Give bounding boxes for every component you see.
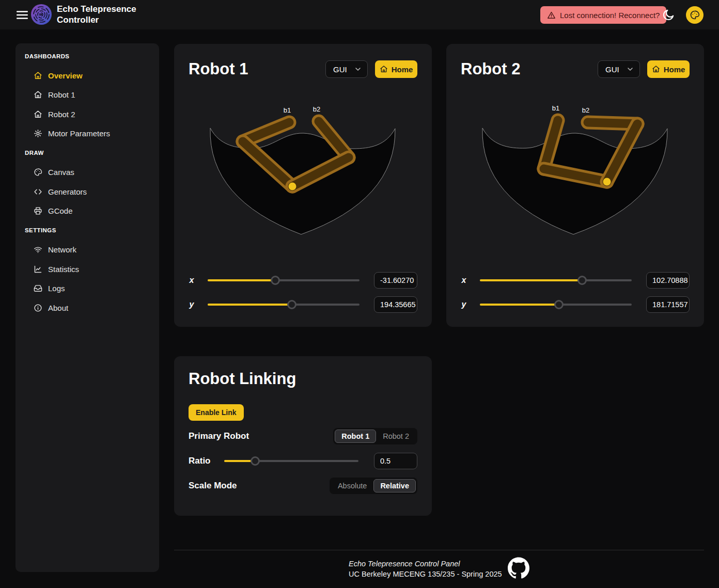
ratio-slider[interactable] [224, 456, 359, 466]
sidebar-item-label: Statistics [48, 265, 79, 274]
sidebar-item-network[interactable]: Network [15, 240, 159, 260]
sidebar-item-statistics[interactable]: Statistics [15, 260, 159, 279]
home-icon [652, 65, 660, 73]
linking-title: Robot Linking [189, 370, 417, 388]
app-logo [31, 4, 52, 25]
ratio-slider-thumb[interactable] [251, 456, 260, 466]
scale-mode-option-absolute[interactable]: Absolute [331, 479, 373, 492]
primary-robot-label: Primary Robot [189, 431, 249, 441]
home-icon [34, 90, 42, 99]
robot1-y-label: y [189, 300, 195, 309]
hamburger-icon [15, 8, 29, 22]
sidebar-item-robot-2[interactable]: Robot 2 [15, 105, 159, 124]
robot1-y-slider[interactable] [208, 300, 359, 309]
sidebar-item-label: Network [48, 245, 76, 254]
robot2-x-value[interactable]: 102.70888 [646, 272, 690, 289]
palette-icon [34, 168, 42, 177]
svg-text:b1: b1 [284, 106, 291, 114]
sidebar-item-canvas[interactable]: Canvas [15, 163, 159, 182]
gear-icon [34, 129, 42, 138]
robot2-x-label: x [461, 276, 467, 285]
robot1-home-button[interactable]: Home [375, 60, 417, 78]
robot1-y-value[interactable]: 194.35665 [374, 296, 417, 313]
robot2-visualization[interactable]: b1b2 [461, 98, 690, 247]
code-icon [34, 187, 42, 196]
svg-text:b2: b2 [582, 106, 589, 114]
robot1-x-value[interactable]: -31.60270 [374, 272, 417, 289]
sidebar-item-generators[interactable]: Generators [15, 182, 159, 202]
robot1-mode-value: GUI [333, 65, 347, 74]
theme-palette-button[interactable] [686, 6, 704, 24]
sidebar-item-label: Motor Parameters [48, 129, 110, 138]
svg-text:b2: b2 [313, 105, 320, 113]
robot1-title: Robot 1 [189, 60, 248, 78]
sidebar-item-robot-1[interactable]: Robot 1 [15, 85, 159, 105]
sidebar-section-label: DRAW [15, 144, 159, 163]
sidebar: DASHBOARDSOverviewRobot 1Robot 2Motor Pa… [15, 43, 159, 572]
sidebar-item-label: Canvas [48, 168, 74, 177]
footer-divider [174, 550, 704, 550]
chevron-down-icon [354, 65, 362, 73]
sidebar-item-label: Generators [48, 187, 87, 196]
robot2-home-button[interactable]: Home [647, 60, 690, 78]
robot2-card: Robot 2 GUI Home b1b2 x 102.70888 y 181.… [446, 44, 704, 327]
dark-mode-toggle[interactable] [662, 7, 677, 23]
robot-linking-card: Robot Linking Enable Link Primary Robot … [174, 356, 432, 516]
sidebar-item-logs[interactable]: Logs [15, 279, 159, 298]
ratio-value[interactable]: 0.5 [374, 453, 417, 469]
primary-robot-option-robot2[interactable]: Robot 2 [376, 430, 416, 443]
ratio-label: Ratio [189, 456, 211, 466]
scale-mode-segmented-control: Absolute Relative [330, 478, 417, 494]
robot2-x-slider-thumb[interactable] [577, 276, 587, 285]
github-icon [508, 557, 529, 579]
home-icon [34, 71, 42, 80]
sidebar-item-motor-parameters[interactable]: Motor Parameters [15, 124, 159, 144]
lost-connection-button[interactable]: Lost connection! Reconnect? [540, 6, 666, 24]
sidebar-item-about[interactable]: About [15, 298, 159, 318]
topbar: Echo Telepresence Controller Lost connec… [0, 0, 719, 29]
robot1-card: Robot 1 GUI Home b1b2 x -31.60270 y 194.… [174, 44, 432, 327]
robot2-mode-select[interactable]: GUI [598, 60, 640, 78]
footer-line2: UC Berkeley MECENG 135/235 - Spring 2025 [349, 569, 502, 579]
svg-text:b1: b1 [552, 104, 559, 112]
robot2-x-slider[interactable] [480, 276, 632, 285]
sidebar-section-label: SETTINGS [15, 221, 159, 241]
primary-robot-segmented-control: Robot 1 Robot 2 [333, 428, 417, 444]
sidebar-item-label: Robot 1 [48, 90, 75, 99]
robot2-y-slider-thumb[interactable] [554, 300, 564, 309]
robot2-y-value[interactable]: 181.71557 [646, 296, 690, 313]
warning-triangle-icon [547, 11, 556, 20]
robot1-y-slider-thumb[interactable] [287, 300, 296, 309]
home-icon [34, 110, 42, 119]
info-icon [34, 304, 42, 312]
robot1-home-label: Home [392, 65, 413, 74]
moon-icon [662, 8, 675, 22]
robot1-x-slider-thumb[interactable] [271, 276, 280, 285]
hamburger-menu-button[interactable] [15, 8, 30, 22]
inbox-icon [34, 284, 42, 293]
sidebar-section-label: DASHBOARDS [15, 46, 159, 66]
home-icon [380, 65, 388, 73]
robot2-y-slider[interactable] [480, 300, 632, 309]
sidebar-item-label: Overview [48, 71, 83, 80]
chevron-down-icon [626, 65, 634, 73]
robot1-x-slider[interactable] [208, 276, 359, 285]
sidebar-item-label: About [48, 304, 68, 312]
primary-robot-option-robot1[interactable]: Robot 1 [335, 430, 376, 443]
enable-link-button[interactable]: Enable Link [189, 404, 244, 421]
sidebar-item-overview[interactable]: Overview [15, 66, 159, 86]
sidebar-item-label: GCode [48, 206, 73, 215]
github-link[interactable] [508, 557, 529, 579]
scale-mode-option-relative[interactable]: Relative [373, 479, 416, 492]
robot2-title: Robot 2 [461, 60, 520, 78]
robot2-y-label: y [461, 300, 467, 309]
robot1-mode-select[interactable]: GUI [325, 60, 368, 78]
scale-mode-label: Scale Mode [189, 481, 237, 491]
sidebar-item-label: Logs [48, 284, 65, 293]
robot1-visualization[interactable]: b1b2 [189, 98, 417, 247]
chart-icon [34, 265, 42, 274]
sidebar-item-gcode[interactable]: GCode [15, 201, 159, 221]
footer-text: Echo Telepresence Control Panel UC Berke… [349, 559, 502, 579]
wifi-icon [34, 245, 42, 254]
robot2-mode-value: GUI [605, 65, 619, 74]
